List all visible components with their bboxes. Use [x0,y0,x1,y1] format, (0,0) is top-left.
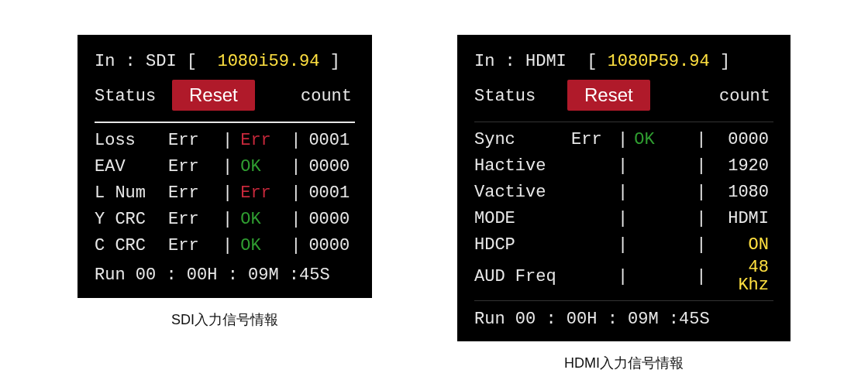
hdmi-caption: HDMI入力信号情報 [564,354,684,372]
row-status: OK [240,237,291,255]
row-value: 0000 [712,131,773,149]
divider [474,122,773,122]
table-row: Hactive||1920 [474,153,773,180]
hdmi-resolution: 1080P59.94 [608,53,710,70]
table-row: L NumErr|Err|0001 [95,180,355,207]
row-name: Hactive [474,157,571,175]
separator: | [618,236,634,254]
hdmi-panel: In : HDMI [ 1080P59.94 ] Status Reset co… [457,35,790,341]
sdi-run-text: Run 00 : 00H : 09M :45S [95,266,330,284]
table-row: LossErr|Err|0001 [95,128,355,154]
sdi-reset-button[interactable]: Reset [172,80,255,111]
sdi-in-label: In : [95,53,136,70]
sdi-panel: In : SDI [ 1080i59.94 ] Status Reset cou… [78,35,372,298]
row-status: OK [240,211,291,228]
separator: | [222,211,240,228]
table-row: HDCP||ON [474,232,773,259]
row-name: HDCP [474,236,571,254]
separator: | [618,157,634,175]
table-row: AUD Freq||48 Khz [474,259,773,294]
separator: | [618,210,634,228]
separator: | [291,158,308,176]
row-name: MODE [474,210,571,228]
separator: | [696,157,712,175]
separator: | [291,237,308,255]
row-name: L Num [95,184,168,202]
hdmi-reset-button[interactable]: Reset [567,80,650,111]
sdi-rows: LossErr|Err|0001EAVErr|OK|0000L NumErr|E… [95,128,355,259]
row-status: Err [240,132,291,149]
divider [474,300,773,301]
table-row: C CRCErr|OK|0000 [95,233,355,259]
hdmi-status-row: Status Reset count [474,78,773,115]
separator: | [291,184,308,202]
separator: | [618,183,634,201]
separator: | [291,132,308,149]
separator: | [618,131,634,149]
separator: | [222,132,240,149]
bracket-close: ] [720,53,730,70]
row-value: 48 Khz [712,259,773,294]
sdi-status-row: Status Reset count [95,78,355,115]
bracket-open: [ [587,53,597,70]
hdmi-input-line: In : HDMI [ 1080P59.94 ] [474,49,773,75]
separator: | [696,183,712,201]
row-name: C CRC [95,237,168,255]
divider [95,122,355,123]
separator: | [696,236,712,254]
bracket-close: ] [330,53,340,70]
row-status: OK [634,131,696,149]
table-row: EAVErr|OK|0000 [95,154,355,180]
hdmi-rows: SyncErr|OK|0000Hactive||1920Vactive||108… [474,127,773,294]
separator: | [696,268,712,286]
table-row: Vactive||1080 [474,180,773,206]
hdmi-run-line: Run 00 : 00H : 09M :45S [474,306,773,332]
row-count: 0000 [308,237,363,255]
separator: | [696,131,712,149]
row-value: 1080 [712,183,773,201]
sdi-panel-wrap: In : SDI [ 1080i59.94 ] Status Reset cou… [78,35,372,329]
hdmi-in-label: In : [474,53,515,70]
sdi-status-label: Status [95,87,172,105]
table-row: SyncErr|OK|0000 [474,127,773,153]
table-row: MODE||HDMI [474,206,773,232]
row-status: Err [240,184,291,202]
row-name: Loss [95,132,168,149]
hdmi-in-type: HDMI [525,53,567,70]
row-name: Y CRC [95,211,168,228]
sdi-caption: SDI入力信号情報 [171,310,278,329]
separator: | [222,237,240,255]
separator: | [222,184,240,202]
sdi-resolution: 1080i59.94 [217,53,319,70]
bracket-open: [ [187,53,197,70]
row-value: ON [712,236,773,254]
row-name: Sync [474,131,571,149]
separator: | [291,211,308,228]
row-count: 0000 [308,158,363,176]
row-errlbl: Err [168,158,222,176]
row-count: 0001 [308,132,363,149]
hdmi-panel-wrap: In : HDMI [ 1080P59.94 ] Status Reset co… [457,35,790,372]
hdmi-count-label: count [660,87,773,105]
row-name: Vactive [474,183,571,201]
sdi-count-label: count [264,87,355,105]
hdmi-status-label: Status [474,87,567,105]
row-errlbl: Err [571,131,618,149]
row-count: 0000 [308,211,363,228]
table-row: Y CRCErr|OK|0000 [95,207,355,233]
row-errlbl: Err [168,184,222,202]
row-name: AUD Freq [474,268,571,286]
separator: | [222,158,240,176]
sdi-in-type: SDI [146,53,177,70]
stage: In : SDI [ 1080i59.94 ] Status Reset cou… [0,0,868,387]
separator: | [618,268,634,286]
row-errlbl: Err [168,237,222,255]
row-value: 1920 [712,157,773,175]
row-count: 0001 [308,184,363,202]
row-errlbl: Err [168,132,222,149]
row-errlbl: Err [168,211,222,228]
hdmi-run-text: Run 00 : 00H : 09M :45S [474,310,710,328]
sdi-input-line: In : SDI [ 1080i59.94 ] [95,49,355,75]
separator: | [696,210,712,228]
row-name: EAV [95,158,168,176]
